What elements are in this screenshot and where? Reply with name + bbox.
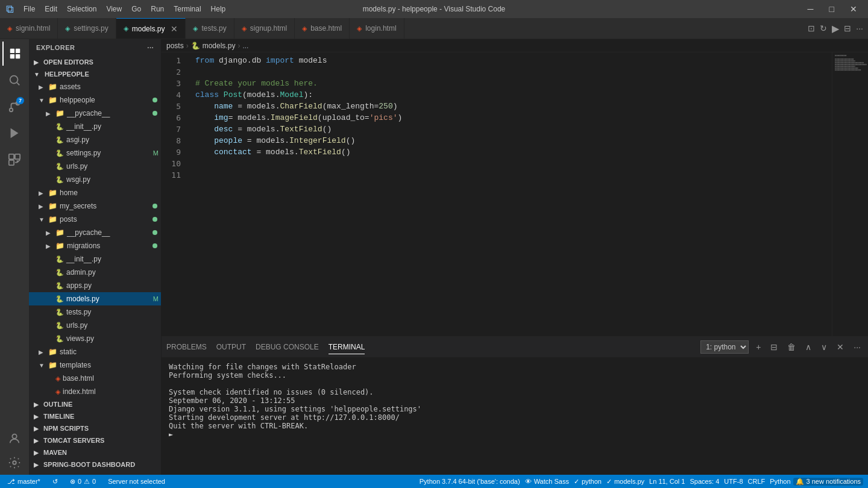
outline-header[interactable]: ▶ OUTLINE xyxy=(29,398,161,410)
tree-item-tests[interactable]: ▶ 🐍 tests.py xyxy=(29,305,161,319)
tab-tests[interactable]: ◈ tests.py xyxy=(186,18,234,39)
tree-item-urls-posts[interactable]: ▶ 🐍 urls.py xyxy=(29,319,161,332)
activity-explorer[interactable] xyxy=(2,42,27,66)
tab-base[interactable]: ◈ base.html xyxy=(295,18,350,39)
status-spaces[interactable]: Spaces: 4 xyxy=(687,478,722,485)
tree-item-init-posts[interactable]: ▶ 🐍 __init__.py xyxy=(29,252,161,266)
activity-run[interactable] xyxy=(2,121,27,145)
tab-debug-console[interactable]: DEBUG CONSOLE xyxy=(256,340,319,354)
menu-run[interactable]: Run xyxy=(151,5,164,13)
chevron-right-icon: ▶ xyxy=(34,437,39,444)
tab-problems[interactable]: PROBLEMS xyxy=(166,340,207,354)
status-server[interactable]: Server not selected xyxy=(105,478,168,485)
menu-help[interactable]: Help xyxy=(211,5,226,13)
tab-signin[interactable]: ◈ signin.html xyxy=(0,18,58,39)
menu-terminal[interactable]: Terminal xyxy=(174,5,201,13)
spring-boot-header[interactable]: ▶ SPRING-BOOT DASHBOARD xyxy=(29,458,161,471)
tree-item-posts[interactable]: ▼ 📁 posts xyxy=(29,213,161,226)
menu-file[interactable]: File xyxy=(24,5,35,13)
tab-output[interactable]: OUTPUT xyxy=(216,340,246,354)
maximize-button[interactable]: □ xyxy=(825,4,839,14)
code-area[interactable]: 12345 67891011 from django.db import mod… xyxy=(162,52,868,336)
menu-edit[interactable]: Edit xyxy=(45,5,57,13)
activity-account[interactable] xyxy=(2,427,27,451)
close-button[interactable]: ✕ xyxy=(845,4,862,14)
tree-item-pycache-posts[interactable]: ▶ 📁 __pycache__ xyxy=(29,226,161,239)
activity-search[interactable] xyxy=(2,68,27,92)
status-ln-col[interactable]: Ln 11, Col 1 xyxy=(647,478,687,485)
tab-login[interactable]: ◈ login.html xyxy=(350,18,404,39)
sidebar-more-icon[interactable]: ··· xyxy=(147,44,154,51)
tab-close-icon[interactable]: ✕ xyxy=(171,24,178,34)
tomcat-servers-header[interactable]: ▶ TOMCAT SERVERS xyxy=(29,434,161,446)
split-terminal-icon[interactable]: ⊟ xyxy=(768,341,780,353)
status-branch[interactable]: ⎇ master* xyxy=(5,478,43,486)
trash-icon[interactable]: 🗑 xyxy=(785,341,798,353)
open-editors-header[interactable]: ▶ OPEN EDITORS xyxy=(29,56,161,68)
tree-item-asgi[interactable]: ▶ 🐍 asgi.py xyxy=(29,133,161,146)
more-icon[interactable]: ··· xyxy=(856,23,863,33)
breadcrumb-dots[interactable]: ... xyxy=(242,42,248,50)
tree-item-templates[interactable]: ▼ 📁 templates xyxy=(29,358,161,372)
close-panel-icon[interactable]: ✕ xyxy=(834,341,846,353)
tree-item-views[interactable]: ▶ 🐍 views.py xyxy=(29,332,161,345)
menu-view[interactable]: View xyxy=(106,5,122,13)
tree-item-index-html[interactable]: ▶ ◈ index.html xyxy=(29,385,161,398)
run-icon[interactable]: ▶ xyxy=(832,23,839,34)
npm-scripts-header[interactable]: ▶ NPM SCRIPTS xyxy=(29,422,161,434)
split-editor-icon[interactable]: ⊡ xyxy=(808,23,815,33)
menu-selection[interactable]: Selection xyxy=(67,5,96,13)
svg-rect-1 xyxy=(16,49,20,53)
chevron-down-icon[interactable]: ∨ xyxy=(819,341,829,353)
tree-item-helppeople[interactable]: ▼ 📁 helppeople xyxy=(29,93,161,107)
terminal-content[interactable]: Watching for file changes with StatReloa… xyxy=(162,358,868,475)
tab-signup[interactable]: ◈ signup.html xyxy=(234,18,295,39)
status-python-env[interactable]: Python 3.7.4 64-bit ('base': conda) xyxy=(417,478,523,485)
status-line-ending[interactable]: CRLF xyxy=(746,478,768,485)
tree-item-assets[interactable]: ▶ 📁 assets xyxy=(29,80,161,93)
status-models-py[interactable]: ✓ models.py xyxy=(604,478,647,486)
minimize-button[interactable]: ─ xyxy=(803,4,819,14)
tree-item-models[interactable]: ▶ 🐍 models.py M xyxy=(29,292,161,305)
tab-settings[interactable]: ◈ settings.py xyxy=(58,18,116,39)
breadcrumb-models[interactable]: models.py xyxy=(203,42,236,50)
tab-models[interactable]: ◈ models.py ✕ xyxy=(116,18,186,39)
tree-item-static[interactable]: ▶ 📁 static xyxy=(29,345,161,358)
activity-settings[interactable] xyxy=(2,451,27,475)
activity-extensions[interactable] xyxy=(2,148,27,172)
tree-item-secrets[interactable]: ▶ 📁 my_secrets xyxy=(29,199,161,213)
maven-header[interactable]: ▶ MAVEN xyxy=(29,446,161,458)
add-terminal-icon[interactable]: + xyxy=(753,341,763,353)
tree-item-home[interactable]: ▶ 📁 home xyxy=(29,186,161,199)
chevron-up-icon[interactable]: ∧ xyxy=(803,341,814,353)
more-actions-icon[interactable]: ··· xyxy=(851,341,863,353)
tree-item-init-help[interactable]: ▶ 🐍 __init__.py xyxy=(29,120,161,133)
status-language[interactable]: Python xyxy=(767,478,793,485)
status-notifications[interactable]: 🔔 3 new notifications xyxy=(793,478,864,486)
py-file-icon: 🐍 xyxy=(55,123,64,131)
tree-item-admin[interactable]: ▶ 🐍 admin.py xyxy=(29,266,161,279)
activity-source-control[interactable]: 7 xyxy=(2,95,27,119)
tree-item-pycache-help[interactable]: ▶ 📁 __pycache__ xyxy=(29,107,161,120)
helppeople-header[interactable]: ▼ HELPPEOPLE xyxy=(29,68,161,80)
status-encoding[interactable]: UTF-8 xyxy=(722,478,745,485)
terminal-dropdown[interactable]: 1: python xyxy=(700,340,749,354)
tree-item-migrations[interactable]: ▶ 📁 migrations xyxy=(29,239,161,252)
tree-item-wsgi[interactable]: ▶ 🐍 wsgi.py xyxy=(29,173,161,186)
status-python-mode[interactable]: ✓ python xyxy=(571,478,604,486)
tree-item-base-html[interactable]: ▶ ◈ base.html xyxy=(29,372,161,385)
status-watch-sass[interactable]: 👁 Watch Sass xyxy=(523,478,571,485)
tab-terminal[interactable]: TERMINAL xyxy=(329,340,365,354)
status-sync[interactable]: ↺ xyxy=(50,478,60,486)
code-content[interactable]: from django.db import models # Create yo… xyxy=(186,52,832,336)
toolbar-icon[interactable]: ↻ xyxy=(820,23,827,33)
breadcrumb-posts[interactable]: posts xyxy=(166,42,184,50)
tree-item-apps[interactable]: ▶ 🐍 apps.py xyxy=(29,279,161,292)
timeline-header[interactable]: ▶ TIMELINE xyxy=(29,410,161,422)
layout-icon[interactable]: ⊟ xyxy=(844,23,851,33)
status-errors[interactable]: ⊗ 0 ⚠ 0 xyxy=(68,478,98,486)
menu-go[interactable]: Go xyxy=(131,5,141,13)
tree-item-urls-help[interactable]: ▶ 🐍 urls.py xyxy=(29,160,161,173)
tree-item-settings[interactable]: ▶ 🐍 settings.py M xyxy=(29,146,161,160)
tree-item-init-posts-label: __init__.py xyxy=(66,255,101,263)
